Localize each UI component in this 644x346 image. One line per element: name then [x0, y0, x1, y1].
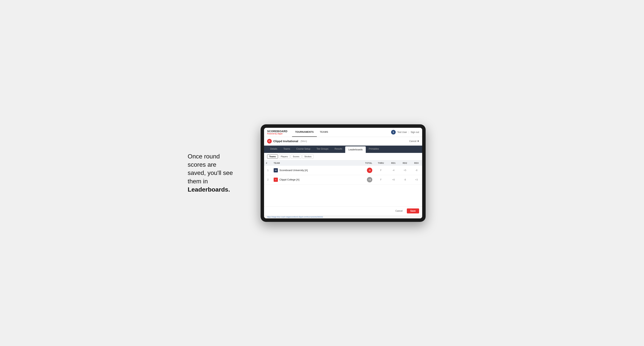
tab-teams[interactable]: Teams — [280, 146, 293, 153]
leaderboard-table: # TEAM TOTAL THRU RD1 RD2 RD3 1 — [264, 160, 422, 184]
sign-out-link[interactable]: Sign out — [411, 131, 419, 134]
team-cell: C Clippd College [A] — [272, 175, 359, 184]
total-cell: -5 — [359, 166, 374, 175]
tab-printables[interactable]: Printables — [366, 146, 382, 153]
team-cell-inner: SU Scoreboard University [A] — [274, 168, 357, 173]
nav-links: TOURNAMENTS TEAMS — [292, 128, 391, 137]
team-logo: C — [274, 177, 278, 182]
table-header-row: # TEAM TOTAL THRU RD1 RD2 RD3 — [264, 160, 422, 166]
tab-results[interactable]: Results — [332, 146, 345, 153]
team-name: Clippd College [A] — [280, 178, 299, 181]
nav-right: S Test User | Sign out — [391, 130, 419, 135]
rank-cell: 1 — [264, 166, 272, 175]
top-nav: SCOREBOARD Powered by clippd TOURNAMENTS… — [264, 128, 422, 137]
footer-cancel-button[interactable]: Cancel — [393, 208, 405, 213]
url-bar: https://stage-blue-coach.stagescorebord.… — [264, 215, 422, 218]
avatar: S — [391, 130, 396, 135]
nav-link-tournaments[interactable]: TOURNAMENTS — [292, 128, 317, 137]
rd3-cell: -6 — [411, 166, 422, 175]
team-cell: SU Scoreboard University [A] — [272, 166, 359, 175]
rd2-cell: -8 — [399, 175, 411, 184]
tournament-header: C Clippd Invitational (Men) Cancel ✕ — [264, 137, 422, 146]
th-thru: THRU — [374, 160, 388, 166]
tournament-name: Clippd Invitational — [273, 140, 298, 143]
tablet-screen: SCOREBOARD Powered by clippd TOURNAMENTS… — [264, 128, 422, 218]
thru-cell: F — [374, 175, 388, 184]
footer-bar: Cancel Save — [264, 206, 422, 215]
thru-cell: F — [374, 166, 388, 175]
total-cell: +3 — [359, 175, 374, 184]
tournament-sub: (Men) — [300, 140, 307, 143]
sub-btn-strokes[interactable]: Strokes — [302, 155, 314, 159]
page-wrapper: Once round scores are saved, you'll see … — [188, 124, 456, 222]
brand: SCOREBOARD Powered by clippd — [267, 130, 288, 135]
tab-course-setup[interactable]: Course Setup — [293, 146, 313, 153]
left-description: Once round scores are saved, you'll see … — [188, 152, 249, 194]
tab-leaderboards[interactable]: Leaderboards — [345, 146, 366, 153]
table-row: 1 SU Scoreboard University [A] -5 F — [264, 166, 422, 175]
table-row: 2 C Clippd College [A] +3 F — [264, 175, 422, 184]
team-name: Scoreboard University [A] — [280, 169, 308, 172]
sub-btn-scores[interactable]: Scores — [291, 155, 302, 159]
tournament-cancel-button[interactable]: Cancel ✕ — [409, 140, 419, 143]
rd1-cell: +8 — [388, 175, 399, 184]
score-badge: +3 — [367, 177, 372, 182]
pipe: | — [408, 131, 409, 134]
sub-toolbar: Teams Players Scores Strokes — [264, 153, 422, 160]
sub-btn-players[interactable]: Players — [279, 155, 290, 159]
tournament-left: C Clippd Invitational (Men) — [267, 139, 307, 144]
th-rd1: RD1 — [388, 160, 399, 166]
tabs-bar: Details Teams Course Setup Tee Groups Re… — [264, 146, 422, 153]
team-logo: SU — [274, 168, 278, 173]
team-cell-inner: C Clippd College [A] — [274, 177, 357, 182]
th-rd3: RD3 — [411, 160, 422, 166]
user-name: Test User — [397, 131, 407, 134]
th-team: TEAM — [272, 160, 359, 166]
th-rd2: RD2 — [399, 160, 411, 166]
rd1-cell: -4 — [388, 166, 399, 175]
tab-details[interactable]: Details — [267, 146, 280, 153]
brand-title: SCOREBOARD — [267, 130, 288, 133]
th-total: TOTAL — [359, 160, 374, 166]
nav-link-teams[interactable]: TEAMS — [317, 128, 332, 137]
tournament-icon: C — [267, 139, 272, 144]
sub-btn-teams[interactable]: Teams — [267, 155, 278, 159]
tab-tee-groups[interactable]: Tee Groups — [313, 146, 332, 153]
rd2-cell: +5 — [399, 166, 411, 175]
tablet-frame: SCOREBOARD Powered by clippd TOURNAMENTS… — [260, 124, 426, 222]
score-badge: -5 — [367, 168, 372, 173]
rank-cell: 2 — [264, 175, 272, 184]
footer-save-button[interactable]: Save — [407, 208, 419, 213]
rd3-cell: +3 — [411, 175, 422, 184]
close-icon: ✕ — [417, 140, 419, 143]
th-rank: # — [264, 160, 272, 166]
content-area: # TEAM TOTAL THRU RD1 RD2 RD3 1 — [264, 160, 422, 206]
brand-sub: Powered by clippd — [267, 133, 288, 135]
